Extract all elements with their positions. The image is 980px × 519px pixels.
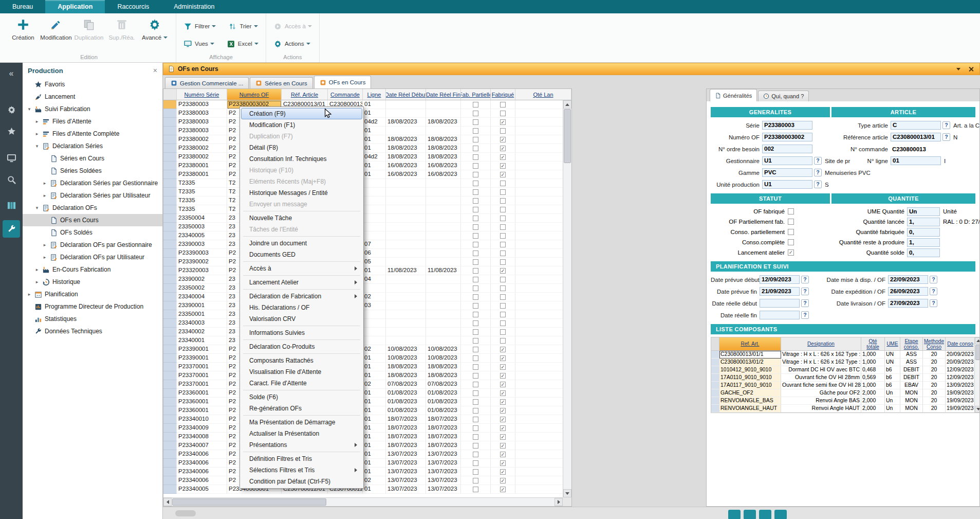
fab-checkbox[interactable] [500,146,506,151]
table-row[interactable]: P23380002P20118/08/202318/08/2023 [163,135,571,144]
row-selector[interactable] [163,127,177,135]
gestionnaire-field[interactable]: U1 [762,156,812,165]
of-partiellement-fab-checkbox[interactable] [788,219,794,225]
fab-checkbox[interactable] [500,111,506,116]
table-row[interactable]: P23370001P20118/08/202318/08/2023 [163,363,571,371]
nav-item-series-soldees[interactable]: Séries Soldées [23,165,162,177]
row-selector[interactable] [163,179,177,188]
fab-checkbox[interactable] [500,425,506,431]
column-header-fabp[interactable]: Fab. Partielle [461,89,491,100]
table-row[interactable]: P23340006P20113/07/202313/07/2023 [163,459,571,468]
document-tab-ofs-en-cours[interactable]: OFs en Cours [314,76,372,88]
fabp-checkbox[interactable] [473,487,478,492]
nav-item-favoris[interactable]: Favoris [23,78,162,91]
nav-item-declaration-series-par-gestionnaire[interactable]: ▸Déclaration Séries par Gestionnaire [23,177,162,189]
date-expedition-of-field[interactable]: 26/09/2023 [888,287,928,296]
fabp-checkbox[interactable] [473,268,478,274]
table-row[interactable]: P23340005P23340005001C230700012/01C23070… [163,485,571,494]
fab-checkbox[interactable] [500,233,506,239]
composants-column-date-conso[interactable]: Date conso [946,337,975,351]
row-selector[interactable] [163,153,177,162]
filtrer-button[interactable]: Filtrer [181,21,218,32]
modification-button[interactable]: Modification [40,14,72,49]
fabp-checkbox[interactable] [473,443,478,449]
fab-checkbox[interactable] [500,102,506,108]
row-selector[interactable] [163,188,177,196]
help-button[interactable]: ? [814,169,822,176]
help-button[interactable]: ? [801,288,809,295]
row-selector[interactable] [163,354,177,363]
fabp-checkbox[interactable] [473,198,478,204]
row-selector[interactable] [163,398,177,406]
table-row[interactable]: P23380001P20116/08/202316/08/2023 [163,170,571,179]
table-row[interactable]: 233400042302 [163,293,571,301]
row-selector[interactable] [163,266,177,275]
menu-item-valorisation-crv[interactable]: Valorisation CRV [241,313,362,325]
help-button[interactable]: ? [930,276,937,283]
fabp-checkbox[interactable] [473,277,478,282]
fabp-checkbox[interactable] [473,303,478,309]
menu-item-definition-filtres-et-tris[interactable]: Définition Filtres et Tris [241,453,362,464]
row-selector[interactable] [163,144,177,153]
tree-expander-icon[interactable]: ▸ [42,181,47,186]
composants-column-designation[interactable]: Designation [781,337,861,351]
document-tab-gestion-commerciale[interactable]: Gestion Commerciale ... [165,77,249,88]
fab-checkbox[interactable] [500,259,506,265]
fabp-checkbox[interactable] [473,320,478,326]
fab-checkbox[interactable] [500,207,506,212]
fabp-checkbox[interactable] [473,417,478,422]
menu-item-visualisation-file-d-attente[interactable]: Visualisation File d'Attente [241,366,362,378]
table-row[interactable]: 2334000323 [163,319,571,328]
composants-column-etape-conso[interactable]: Etape conso. [900,337,923,351]
row-selector[interactable] [163,468,177,476]
scroll-up-button[interactable] [975,337,979,344]
menu-item-nouvelle-tache[interactable]: Nouvelle Tâche [241,212,362,224]
nav-item-declaration-series[interactable]: ▾Déclaration Séries [23,140,162,152]
tree-expander-icon[interactable]: ▾ [34,144,40,149]
nav-item-lancement[interactable]: Lancement [23,91,162,103]
table-row[interactable]: P23340009P20118/07/202318/07/2023 [163,424,571,433]
table-row[interactable]: P23380003P23380003002C230800013/01C23080… [163,100,571,109]
date-prevue-debut-field[interactable]: 12/09/2023 [760,275,800,284]
table-row[interactable]: P23360001P20101/08/202301/08/2023 [163,389,571,398]
row-selector[interactable] [163,345,177,354]
table-row[interactable]: P23380001P20116/08/202316/08/2023 [163,162,571,170]
fabp-checkbox[interactable] [473,294,478,300]
menu-item-caract-file-d-attente[interactable]: Caract. File d'Attente [241,378,362,389]
composants-column-qte-totale[interactable]: Qté totale [861,337,885,351]
conso-partiellement-checkbox[interactable] [788,229,794,235]
fab-checkbox[interactable] [500,303,506,309]
fabp-checkbox[interactable] [473,425,478,431]
tree-expander-icon[interactable]: ▸ [42,193,47,198]
fabp-checkbox[interactable] [473,347,478,352]
fab-checkbox[interactable] [500,355,506,361]
tree-expander-icon[interactable]: ▸ [34,279,40,284]
row-selector[interactable] [163,371,177,380]
scroll-down-button[interactable] [563,489,571,497]
menu-item-documents-ged[interactable]: Documents GED [241,249,362,260]
fabp-checkbox[interactable] [473,259,478,265]
scroll-right-button[interactable] [554,498,563,506]
ume-quantite-field[interactable]: Un [907,207,940,216]
table-row[interactable]: P23340010P20118/07/202318/07/2023 [163,415,571,424]
row-selector[interactable] [163,205,177,214]
quantite-lancee-field[interactable]: 1, [907,218,940,226]
fab-checkbox[interactable] [500,338,506,344]
table-row[interactable]: P23390003P206 [163,249,571,258]
column-header-qte[interactable]: Qté Lan [515,89,571,100]
topbar-tab-administration[interactable]: Administration [161,0,227,13]
nav-item-historique[interactable]: ▸Historique [23,276,162,288]
fab-checkbox[interactable] [500,181,506,186]
fab-checkbox[interactable] [500,137,506,142]
fabp-checkbox[interactable] [473,373,478,379]
row-selector[interactable] [711,382,719,389]
row-selector[interactable] [163,301,177,310]
strip-button-search[interactable] [3,171,20,188]
row-selector[interactable] [163,406,177,415]
vues-button[interactable]: Vues [181,38,216,49]
fab-checkbox[interactable] [500,460,506,466]
fabp-checkbox[interactable] [473,216,478,221]
table-row[interactable]: P23380002P20118/08/202318/08/2023 [163,144,571,153]
tree-expander-icon[interactable]: ▾ [27,106,32,112]
row-selector[interactable] [711,397,719,405]
